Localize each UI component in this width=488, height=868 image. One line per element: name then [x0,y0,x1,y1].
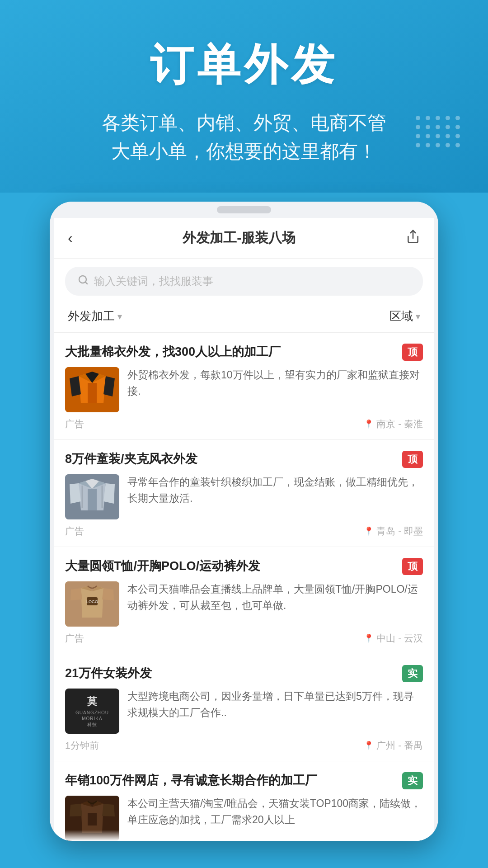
app-page-title: 外发加工-服装八场 [183,229,296,247]
listing-footer: 广告 📍 青岛 - 即墨 [65,525,423,538]
listing-title: 年销100万件网店，寻有诚意长期合作的加工厂 [65,772,402,788]
listing-time: 1分钟前 [65,739,99,752]
app-screen: ‹ 外发加工-服装八场 输入关键词 [54,218,434,841]
hero-subtitle: 各类订单、内销、外贸、电商不管 大单小单，你想要的这里都有！ [27,108,461,165]
app-header: ‹ 外发加工-服装八场 [54,218,434,259]
search-bar[interactable]: 输入关键词，找找服装事 [65,267,423,296]
listing-image [65,474,119,519]
listing-body: LOGO 本公司天猫唯品会直播线上品牌单，大量圆领T恤/开胸POLO/运动裤外发… [65,581,423,627]
phone-notch [217,206,271,213]
listing-item[interactable]: 8万件童装/夹克风衣外发 顶 [54,440,434,547]
filter-waifa[interactable]: 外发加工 ▾ [68,308,122,324]
listing-desc: 寻常年合作的童装针织梭织加工厂，现金结账，做工精细优先，长期大量放活. [127,474,423,519]
svg-rect-15 [88,489,97,510]
location-icon: 📍 [364,633,374,643]
search-icon [78,274,89,288]
listing-ad-label: 广告 [65,418,84,430]
svg-line-2 [85,282,87,284]
phone-mockup: ‹ 外发加工-服装八场 输入关键词 [50,202,438,841]
listing-ad-label: 广告 [65,525,84,538]
phone-container: ‹ 外发加工-服装八场 输入关键词 [0,193,488,841]
listing-title: 大量圆领T恤/开胸POLO/运动裤外发 [65,558,402,574]
listing-desc: 本公司天猫唯品会直播线上品牌单，大量圆领T恤/开胸POLO/运动裤外发，可从裁至… [127,581,423,627]
listing-title: 21万件女装外发 [65,665,402,681]
listing-location: 📍 中山 - 云汉 [364,632,423,645]
filter1-arrow: ▾ [117,311,122,322]
listing-body: 寻常年合作的童装针织梭织加工厂，现金结账，做工精细优先，长期大量放活. [65,474,423,519]
listing-image: 莫 GUANGZHOU MORIKA科技 [65,689,119,734]
filter-bar: 外发加工 ▾ 区域 ▾ [54,304,434,333]
svg-marker-27 [70,588,82,600]
listing-image [65,367,119,412]
hero-section: 订单外发 各类订单、内销、外贸、电商不管 大单小单，你想要的这里都有！ [0,0,488,193]
listing-header: 21万件女装外发 实 [65,665,423,682]
listing-location: 📍 南京 - 秦淮 [364,418,423,430]
listing-desc: 外贸棉衣外发，每款10万件以上，望有实力的厂家和监狱直接对接. [127,367,423,412]
hero-title: 订单外发 [27,36,461,95]
listing-tag-ding: 顶 [402,451,423,468]
listing-footer: 广告 📍 中山 - 云汉 [65,632,423,645]
filter-region[interactable]: 区域 ▾ [389,308,420,324]
svg-rect-7 [88,383,97,403]
listing-header: 大批量棉衣外发，找300人以上的加工厂 顶 [65,344,423,361]
svg-marker-28 [102,588,114,600]
listing-header: 年销100万件网店，寻有诚意长期合作的加工厂 实 [65,772,423,789]
listing-location: 📍 广州 - 番禺 [364,739,423,752]
location-icon: 📍 [364,419,374,429]
listing-tag-ding: 顶 [402,558,423,575]
listing-item[interactable]: 大批量棉衣外发，找300人以上的加工厂 顶 [54,333,434,440]
listing-header: 大量圆领T恤/开胸POLO/运动裤外发 顶 [65,558,423,575]
listing-footer: 1分钟前 📍 广州 - 番禺 [65,739,423,752]
listing-title: 大批量棉衣外发，找300人以上的加工厂 [65,344,402,360]
back-button[interactable]: ‹ [68,230,73,246]
listing-ad-label: 广告 [65,632,84,645]
listing-tag-shi: 实 [402,772,423,789]
listing-location: 📍 青岛 - 即墨 [364,525,423,538]
listing-tag-ding: 顶 [402,344,423,361]
location-icon: 📍 [364,526,374,536]
listing-title: 8万件童装/夹克风衣外发 [65,451,402,467]
filter2-arrow: ▾ [416,311,420,322]
share-button[interactable] [406,229,420,247]
listing-desc: 大型跨境电商公司，因业务量增，日下单量已达到5万件，现寻求规模大的工厂合作.. [127,689,423,734]
listing-footer: 广告 📍 南京 - 秦淮 [65,418,423,430]
listing-body: 外贸棉衣外发，每款10万件以上，望有实力的厂家和监狱直接对接. [65,367,423,412]
listing-image: LOGO [65,581,119,627]
dots-decoration [416,116,461,147]
location-icon: 📍 [364,741,374,750]
listing-body: 莫 GUANGZHOU MORIKA科技 大型跨境电商公司，因业务量增，日下单量… [65,689,423,734]
search-input[interactable]: 输入关键词，找找服装事 [94,274,213,288]
listing-tag-shi: 实 [402,665,423,682]
svg-text:LOGO: LOGO [86,599,98,604]
fade-overlay [54,814,434,841]
listing-item[interactable]: 21万件女装外发 实 莫 GUANGZHOU MORIKA科技 大型跨境电商公司… [54,654,434,761]
listing-item[interactable]: 大量圆领T恤/开胸POLO/运动裤外发 顶 [54,547,434,654]
phone-notch-bar [50,202,438,218]
listing-header: 8万件童装/夹克风衣外发 顶 [65,451,423,468]
